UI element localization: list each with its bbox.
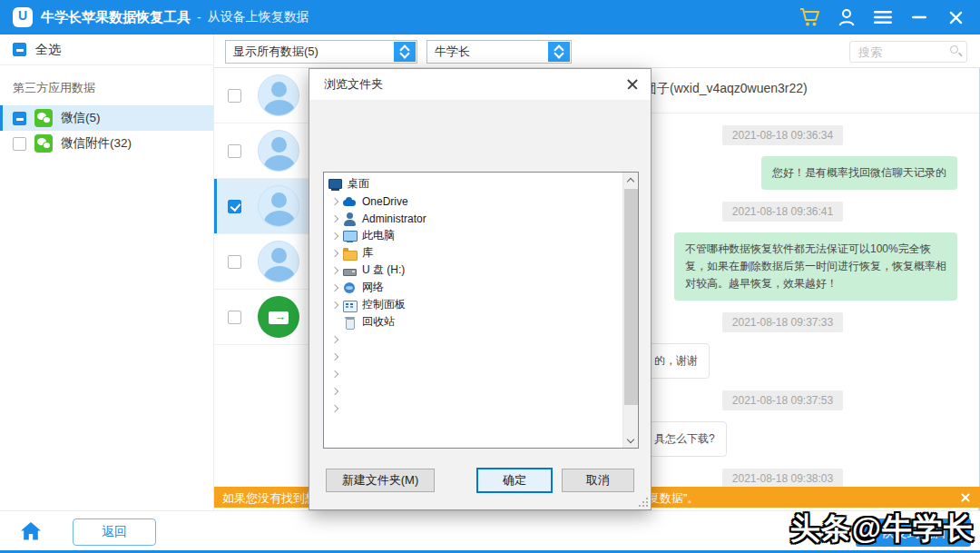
chat-message: 具怎么下载? [648,421,957,457]
scrollbar-thumb[interactable] [624,189,638,405]
tree-item[interactable]: U 盘 (H:) [324,262,638,279]
contact-checkbox[interactable] [228,144,241,158]
tree-item-icon [342,281,358,295]
watermark: 头条@牛学长 [790,509,975,549]
account-icon[interactable] [835,5,858,29]
tree-item-label: OneDrive [362,195,408,208]
cancel-button[interactable]: 取消 [562,469,634,492]
cart-icon[interactable] [799,5,822,29]
tree-item-label: 网络 [362,280,384,295]
app-window: 牛学长苹果数据恢复工具 - 从设备上恢复数据 全选 第三方应 [0,0,980,553]
tree-expand-icon[interactable] [328,401,342,416]
tree-item[interactable] [324,365,638,382]
select-all-row[interactable]: 全选 [0,35,213,65]
notice-close-icon[interactable] [958,490,973,505]
contact-avatar [258,74,299,116]
sidebar-item[interactable]: 微信附件(32) [0,131,213,156]
tree-expand-icon[interactable] [328,332,342,347]
home-icon[interactable] [20,521,42,545]
tree-item[interactable]: OneDrive [324,193,638,210]
browse-folder-dialog: 浏览文件夹 桌面 OneDrive [309,68,652,510]
tree-item-label: 回收站 [362,314,395,330]
contact-avatar [258,296,299,338]
tree-item-label: Administrator [362,212,426,225]
back-button[interactable]: 返回 [73,518,156,546]
tree-item-icon [342,246,358,261]
minimize-icon[interactable] [907,5,931,29]
select-all-checkbox[interactable] [13,43,26,56]
tree-expand-icon[interactable] [328,281,342,295]
chat-message: 的，谢谢 [648,343,957,379]
wechat-icon [34,134,53,153]
tree-expand-icon[interactable] [328,384,342,399]
sidebar-item-checkbox[interactable] [13,112,26,125]
message-bubble: 2021-08-18 09:36:34 [722,125,843,145]
tree-item[interactable]: 此电脑 [324,227,638,244]
tree-expand-icon[interactable] [328,246,342,261]
tree-item[interactable]: 网络 [324,279,638,296]
tree-item-icon [342,194,358,209]
tree-item-icon [328,177,343,192]
chat-message: 您好！是有概率找回微信聊天记录的 [648,156,957,190]
message-bubble: 2021-08-18 09:38:03 [722,469,843,487]
search-input[interactable] [849,41,967,63]
notice-text-right: 复数据”。 [648,490,699,507]
tree-expand-icon[interactable] [328,367,342,381]
sidebar-item-checkbox[interactable] [13,137,26,151]
tree-item-icon [342,212,358,226]
contact-avatar [258,130,299,172]
sidebar-item[interactable]: 微信(5) [0,105,213,131]
tree-item-icon [342,298,358,312]
title-bar: 牛学长苹果数据恢复工具 - 从设备上恢复数据 [0,0,980,35]
tree-expand-icon[interactable] [328,194,342,209]
tree-item[interactable]: 桌面 [324,175,638,193]
tree-item-label: 控制面板 [362,297,406,312]
tree-item-icon [342,263,358,278]
scroll-down-icon[interactable] [623,433,639,448]
wechat-icon [34,109,53,127]
tree-item-label: 库 [362,245,373,261]
contact-checkbox[interactable] [228,311,241,324]
sidebar-item-label: 微信(5) [61,110,101,126]
tree-item[interactable] [324,400,638,417]
close-icon[interactable] [944,5,967,29]
scroll-up-icon[interactable] [623,173,639,187]
tree-item[interactable]: 库 [324,244,638,262]
contact-filter-dropdown[interactable]: 牛学长 [426,40,572,64]
tree-scrollbar[interactable] [622,173,638,448]
title-separator: - [197,10,201,25]
dialog-close-icon[interactable] [625,77,640,92]
chat-message: 2021-08-18 09:37:33 [648,312,957,332]
ok-button[interactable]: 确定 [476,468,553,493]
tree-item[interactable]: Administrator [324,210,638,227]
contact-checkbox[interactable] [228,89,241,103]
tree-expand-icon[interactable] [328,263,342,278]
tree-item[interactable] [324,348,638,365]
tree-expand-icon[interactable] [328,315,342,330]
tree-expand-icon[interactable] [328,212,342,226]
contact-checkbox[interactable] [228,255,241,269]
tree-item-icon [342,315,358,330]
data-filter-dropdown[interactable]: 显示所有数据(5) [225,40,417,64]
message-bubble: 2021-08-18 09:36:41 [722,202,843,222]
message-bubble: 2021-08-18 09:37:53 [722,390,843,410]
contact-checkbox[interactable] [228,200,241,213]
tree-item-icon [342,229,358,243]
chevron-updown-icon[interactable] [394,42,416,62]
contact-filter-value: 牛学长 [435,44,470,60]
tree-expand-icon[interactable] [328,229,342,243]
tree-expand-icon[interactable] [328,350,342,364]
menu-icon[interactable] [871,5,895,29]
tree-item[interactable]: 控制面板 [324,296,638,313]
resize-grip[interactable] [639,498,648,507]
tree-item[interactable]: 回收站 [324,313,638,331]
notice-text-left: 如果您没有找到想 [222,490,317,507]
chevron-updown-icon[interactable] [548,42,570,62]
sidebar-section-label: 第三方应用数据 [0,65,213,105]
tree-item-label: 此电脑 [362,228,395,243]
tree-item[interactable] [324,382,638,400]
contact-avatar [258,185,299,227]
new-folder-button[interactable]: 新建文件夹(M) [326,469,435,492]
tree-expand-icon[interactable] [328,298,342,312]
tree-item[interactable] [324,331,638,348]
